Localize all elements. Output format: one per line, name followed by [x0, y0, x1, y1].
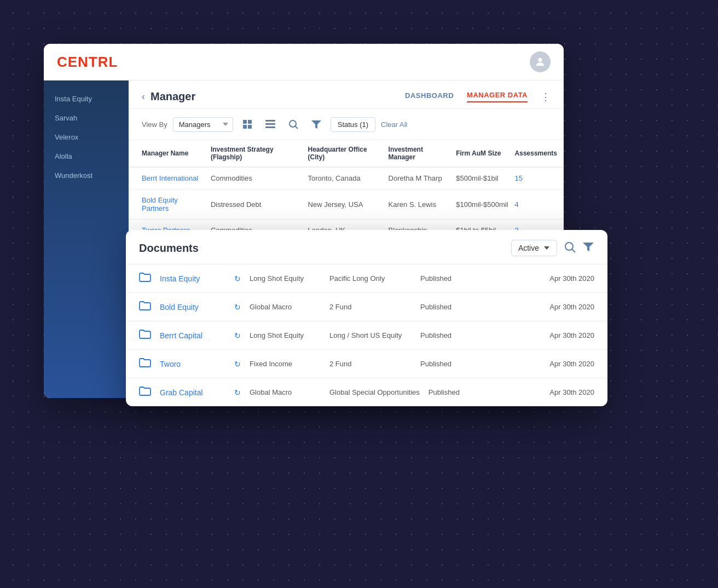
svg-rect-6 [265, 123, 275, 125]
doc-row: Berrt Capital ↻ Long Shot Equity Long / … [126, 321, 607, 350]
doc-date: Apr 30th 2020 [549, 360, 594, 368]
doc-status: Published [420, 360, 470, 368]
manager-header: ‹ Manager DASHBOARD MANAGER DATA ⋮ [129, 80, 564, 109]
folder-icon [139, 386, 151, 399]
svg-rect-5 [265, 120, 275, 122]
col-investment-manager: Investment Manager [389, 140, 456, 167]
doc-filter-icon[interactable] [582, 242, 594, 255]
col-investment-strategy: Investment Strategy (Flagship) [211, 140, 308, 167]
active-dropdown[interactable]: Active [511, 240, 557, 256]
doc-status: Published [420, 331, 470, 339]
doc-row: Bold Equity ↻ Global Macro 2 Fund Publis… [126, 293, 607, 321]
svg-point-10 [565, 243, 573, 250]
doc-search-icon[interactable] [564, 241, 576, 256]
col-hq-office: Headquarter Office (City) [308, 140, 389, 167]
folder-icon [139, 301, 151, 313]
doc-status: Published [420, 274, 470, 283]
manager-title-area: ‹ Manager [142, 90, 195, 103]
folder-icon [139, 358, 151, 370]
doc-status: Published [420, 303, 470, 311]
sidebar-item-insta-equity[interactable]: Insta Equity [44, 89, 129, 108]
back-button[interactable]: ‹ [142, 91, 145, 102]
refresh-icon[interactable]: ↻ [234, 303, 241, 312]
nav-tabs: DASHBOARD MANAGER DATA ⋮ [405, 91, 551, 103]
doc-fund: Long / Short US Equity [329, 331, 412, 339]
list-view-button[interactable] [262, 116, 279, 133]
doc-strategy: Long Shot Equity [250, 331, 321, 339]
doc-status: Published [429, 388, 478, 396]
hq-cell: Toronto, Canada [308, 167, 389, 189]
doc-name[interactable]: Tworo [160, 360, 225, 368]
chevron-down-icon [543, 246, 550, 250]
doc-fund: Global Special Opportunities [329, 388, 420, 396]
sidebar: Insta Equity Sarvah Velerox Alolla Wunde… [44, 80, 129, 398]
doc-row: Insta Equity ↻ Long Shot Equity Pacific … [126, 264, 607, 293]
aum-cell: $100mil-$500mil [456, 189, 514, 220]
assessments-link[interactable]: 4 [515, 200, 519, 209]
documents-header: Documents Active [126, 230, 607, 264]
doc-date: Apr 30th 2020 [549, 388, 594, 396]
doc-name[interactable]: Grab Capital [160, 388, 225, 397]
documents-panel: Documents Active [126, 230, 607, 406]
doc-fund: 2 Fund [329, 360, 412, 368]
col-manager-name: Manager Name [129, 140, 211, 167]
doc-strategy: Fixed Income [250, 360, 321, 368]
user-avatar[interactable] [530, 51, 551, 72]
assess-cell: 15 [515, 167, 564, 189]
svg-point-0 [538, 58, 542, 62]
toolbar: View By Managers Funds Documents [129, 109, 564, 140]
table-row: Berrt International Commodities Toronto,… [129, 167, 564, 189]
manager-name-cell: Berrt International [129, 167, 211, 189]
view-by-label: View By [142, 120, 167, 129]
doc-date: Apr 30th 2020 [549, 331, 594, 339]
filter-button[interactable] [308, 116, 325, 133]
refresh-icon[interactable]: ↻ [234, 274, 241, 283]
svg-rect-3 [243, 125, 247, 129]
svg-line-9 [295, 126, 298, 129]
sidebar-item-alolla[interactable]: Alolla [44, 147, 129, 166]
refresh-icon[interactable]: ↻ [234, 388, 241, 397]
doc-strategy: Long Shot Equity [250, 274, 321, 283]
doc-date: Apr 30th 2020 [549, 303, 594, 311]
col-assessments: Assessments [515, 140, 564, 167]
aum-cell: $500mil-$1bil [456, 167, 514, 189]
grid-view-button[interactable] [239, 116, 256, 133]
folder-icon [139, 329, 151, 342]
tab-dashboard[interactable]: DASHBOARD [405, 91, 454, 102]
doc-date: Apr 30th 2020 [549, 274, 594, 283]
table-row: Bold Equity Partners Distressed Debt New… [129, 189, 564, 220]
doc-name[interactable]: Bold Equity [160, 303, 225, 312]
doc-name[interactable]: Berrt Capital [160, 331, 225, 340]
assess-cell: 4 [515, 189, 564, 220]
status-filter-button[interactable]: Status (1) [331, 117, 375, 132]
doc-row: Grab Capital ↻ Global Macro Global Speci… [126, 378, 607, 406]
folder-icon [139, 272, 151, 285]
view-by-select[interactable]: Managers Funds Documents [173, 117, 233, 132]
sidebar-item-velerox[interactable]: Velerox [44, 128, 129, 147]
sidebar-item-wunderkost[interactable]: Wunderkost [44, 166, 129, 185]
refresh-icon[interactable]: ↻ [234, 360, 241, 368]
col-firm-aum: Firm AuM Size [456, 140, 514, 167]
manager-link[interactable]: Bold Equity Partners [142, 196, 178, 212]
doc-fund: 2 Fund [329, 303, 412, 311]
search-button[interactable] [285, 116, 302, 133]
sidebar-item-sarvah[interactable]: Sarvah [44, 108, 129, 128]
tab-manager-data[interactable]: MANAGER DATA [467, 91, 528, 102]
doc-name[interactable]: Insta Equity [160, 274, 225, 283]
refresh-icon[interactable]: ↻ [234, 331, 241, 340]
manager-name-cell: Bold Equity Partners [129, 189, 211, 220]
clear-all-button[interactable]: Clear All [381, 120, 407, 129]
hq-cell: New Jersey, USA [308, 189, 389, 220]
more-menu-button[interactable]: ⋮ [541, 91, 551, 103]
assessments-link[interactable]: 15 [515, 174, 523, 182]
manager-link[interactable]: Berrt International [142, 174, 198, 182]
documents-title: Documents [139, 242, 199, 255]
top-bar: CENTRL [44, 44, 564, 80]
app-logo: CENTRL [57, 54, 118, 71]
doc-strategy: Global Macro [250, 303, 321, 311]
strategy-cell: Distressed Debt [211, 189, 308, 220]
active-label: Active [518, 244, 539, 252]
page-title: Manager [150, 90, 195, 103]
doc-fund: Pacific Long Only [329, 274, 412, 283]
svg-line-11 [572, 249, 575, 252]
